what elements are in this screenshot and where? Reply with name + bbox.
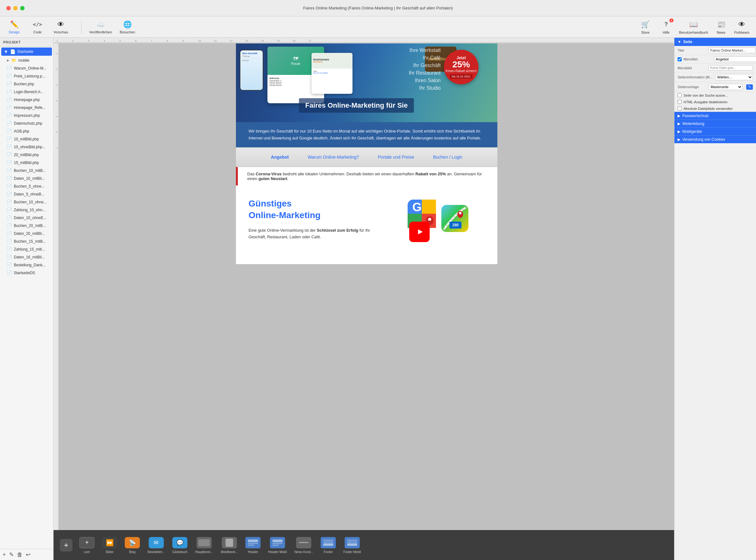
svg-text:5: 5 (56, 116, 58, 117)
sidebar-item-homepage[interactable]: 📄 Homepage.php (0, 96, 53, 104)
sidebar-item-startseite[interactable]: ▼ 📄 Startseite (1, 47, 52, 56)
block-hauptbereich[interactable]: Hauptberei... (191, 535, 217, 556)
sidebar-item-preis[interactable]: 📄 Preis_Leistung.p... (0, 72, 53, 80)
sidebar-item-bestellung[interactable]: 📄 Bestellung_Dank... (0, 261, 53, 269)
sidebar-item-10ohnebild[interactable]: 📄 10_ohneBild.php... (0, 143, 53, 151)
seitenvorlage-label: Seitenvorlage (678, 85, 706, 89)
sidebar-item-buchen5[interactable]: 📄 Buchen_5_ohne... (0, 182, 53, 190)
sidebar-item-daten20[interactable]: 📄 Daten_20_mitBil... (0, 229, 53, 237)
block-newsletter[interactable]: ✉ Newsletter... (144, 535, 169, 556)
html-checkbox[interactable] (678, 100, 682, 104)
sidebar-item-zahlung15[interactable]: 📄 Zahlung_15_mitl... (0, 245, 53, 253)
handbook-button[interactable]: 📖 Benutzerhandbuch (679, 20, 708, 34)
collapsible-passwort[interactable]: ▶ Passwortschutz (674, 112, 756, 120)
sidebar-item-mobile[interactable]: ▶ 📁 mobile (0, 56, 53, 64)
sidebar-item-buchen15[interactable]: 📄 Buchen_15_mitB... (0, 237, 53, 245)
delete-page-button[interactable]: 🗑 (17, 552, 23, 558)
mobilgeraete-arrow: ▶ (678, 129, 680, 134)
news-button[interactable]: 📰 News (713, 20, 729, 34)
hero-lines: Ihre Werkstatt Ihr Café Ihr Geschäft Ihr… (409, 46, 441, 92)
sidebar-item-agb[interactable]: 📄 AGB.php (0, 127, 53, 135)
sidebar-item-login[interactable]: 📄 Login-Bereich.h... (0, 88, 53, 96)
sidebar-item-15mitbild[interactable]: 📄 15_mitBild.php (0, 159, 53, 166)
block-mobilbereich[interactable]: Mobilberei... (217, 535, 241, 556)
browse-button[interactable]: 🌐 Besuchen (120, 20, 135, 34)
titel-input[interactable] (709, 47, 756, 53)
sidebar-item-daten10[interactable]: 📄 Daten_10_mitBil... (0, 174, 53, 182)
code-tab[interactable]: </> Code (30, 20, 45, 34)
file-icon: 📄 (7, 231, 12, 236)
block-blog[interactable]: 📡 Blog (121, 535, 144, 556)
minimize-button[interactable] (13, 6, 18, 11)
store-button[interactable]: 🛒 Store (638, 20, 653, 34)
collapsible-weiterleitung[interactable]: ▶ Weiterleitung (674, 120, 756, 127)
gaestebuch-label: Gästebuch (172, 550, 188, 554)
code-icon: </> (33, 20, 42, 29)
svg-text:2: 2 (72, 39, 74, 42)
mobilbereich-label: Mobilberei... (221, 550, 238, 554)
block-header-mobil[interactable]: Header Mobil (264, 535, 290, 556)
block-footer[interactable]: Footer (317, 535, 340, 556)
sidebar-item-buchen[interactable]: 📄 Buchen.php (0, 80, 53, 88)
undo-button[interactable]: ↩ (26, 551, 31, 558)
menutitel-checkbox[interactable] (678, 57, 682, 61)
close-button[interactable] (6, 6, 11, 11)
apple-maps-icon: 280 (441, 204, 469, 233)
seiteninfo-select[interactable]: Wählen... (715, 74, 753, 80)
newsletter-label: Newsletter... (148, 550, 165, 554)
tab-portale[interactable]: Portale und Preise (369, 152, 424, 163)
badge-date: bis 31.01.2021 (450, 74, 472, 79)
sidebar-item-daten5[interactable]: 📄 Daten_5_ohneB... (0, 190, 53, 198)
sidebar-item-impressum[interactable]: 📄 Impressum.php (0, 112, 53, 119)
collapsible-cookies[interactable]: ▶ Verwendung von Cookies (674, 135, 756, 143)
file-icon: 📄 (7, 176, 12, 181)
seitenvorlage-edit-button[interactable]: ✎ (746, 84, 753, 90)
fishbeam-button[interactable]: 👁 Fishbeam (734, 20, 750, 34)
hero-line-1: Ihre Werkstatt (409, 46, 441, 54)
titlebar: Faires Online Marketing (Faires Online-M… (0, 0, 756, 16)
sidebar-item-buchen20[interactable]: 📄 Buchen_20_mitB... (0, 222, 53, 229)
right-panel: ▼ Seite Titel Menütitel Menübild Keine D… (674, 38, 756, 560)
edit-page-button[interactable]: ✎ (9, 551, 14, 558)
add-block-button[interactable]: + (60, 539, 73, 552)
pfade-checkbox[interactable] (678, 106, 682, 111)
collapsible-mobilgeraete[interactable]: ▶ Mobilgeräte (674, 127, 756, 135)
block-leer[interactable]: + Leer (76, 535, 98, 556)
sidebar-item-homepage-ref[interactable]: 📄 Homepage_Refe... (0, 104, 53, 112)
tab-buchen[interactable]: Buchen / Login (424, 152, 472, 163)
hero-title-bg: Faires Online-Marketing für Sie (299, 98, 414, 113)
sidebar-item-buchen10b[interactable]: 📄 Buchen_10_ohne... (0, 198, 53, 206)
page-canvas: Mein Geschäft 📍 827 km 21:12 pm 🗺 (236, 43, 497, 264)
tab-angebot[interactable]: Angebot (261, 152, 298, 163)
menutitel-input[interactable] (714, 56, 756, 62)
sidebar-item-buchen10[interactable]: 📄 Buchen_10_mitB... (0, 166, 53, 174)
seitenvorlage-select[interactable]: Masterseite (709, 84, 742, 90)
help-button[interactable]: ? 4 Hilfe (658, 20, 674, 34)
sidebar-item-daten16[interactable]: 📄 Daten_16_mitBil... (0, 253, 53, 261)
block-slider[interactable]: ⏩ Slider (98, 535, 121, 556)
sidebar-item-20mitbild[interactable]: 📄 20_mitBild.php (0, 151, 53, 159)
menubild-label: Menübild (678, 66, 706, 70)
sidebar-item-zahlung10[interactable]: 📄 Zahlung_10_ohn... (0, 206, 53, 214)
block-footer-mobil[interactable]: Footer Mobil (340, 535, 365, 556)
add-page-button[interactable]: + (2, 552, 6, 558)
sidebar-item-warum[interactable]: 📄 Warum_Online-M... (0, 64, 53, 72)
tab-warum[interactable]: Warum Online-Marketing? (298, 152, 369, 163)
menubild-file[interactable]: Keine Datei gew... (709, 65, 753, 71)
preview-label: Vorschau (54, 30, 68, 34)
file-icon: 📄 (7, 184, 12, 188)
maximize-button[interactable] (20, 6, 24, 11)
design-tab[interactable]: ✏️ Design (6, 20, 22, 34)
preview-tab[interactable]: 👁 Vorschau (53, 20, 69, 34)
suche-checkbox[interactable] (678, 93, 682, 97)
block-gaestebuch[interactable]: 💬 Gästebuch (169, 535, 191, 556)
block-header[interactable]: Header (241, 535, 264, 556)
sidebar-item-datenschutz[interactable]: 📄 Datenschutz.php (0, 119, 53, 127)
file-icon: 📄 (7, 121, 12, 126)
sidebar-item-10mitbild[interactable]: 📄 10_mitBild.php (0, 135, 53, 143)
sidebar-item-daten10e[interactable]: 📄 Daten_10_ohneE... (0, 214, 53, 222)
browse-icon: 🌐 (123, 20, 132, 29)
publish-button[interactable]: ☁️ Veröffentlichen (89, 20, 112, 34)
sidebar-item-startseiteDS[interactable]: 📄 StartseiteDS (0, 269, 53, 277)
block-news-kund[interactable]: News Kund... (291, 535, 317, 556)
